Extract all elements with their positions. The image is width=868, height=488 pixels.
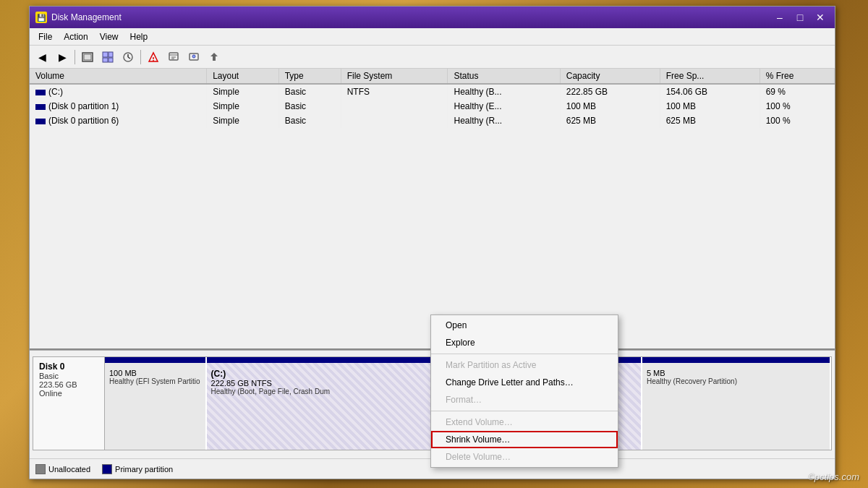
ctx-delete: Delete Volume… bbox=[431, 448, 618, 466]
cell-type: Basic bbox=[278, 84, 341, 99]
cell-filesystem: NTFS bbox=[341, 84, 448, 99]
legend-box-unallocated bbox=[35, 464, 46, 474]
disk-status: Online bbox=[39, 389, 98, 398]
legend-label-primary: Primary partition bbox=[115, 465, 173, 474]
volume-table: Volume Layout Type File System Status Ca… bbox=[30, 69, 835, 350]
table-row[interactable]: (Disk 0 partition 1) Simple Basic Health… bbox=[30, 99, 835, 114]
col-type[interactable]: Type bbox=[278, 69, 341, 84]
svg-line-8 bbox=[128, 57, 130, 59]
col-pct-free[interactable]: % Free bbox=[760, 69, 834, 84]
partition-content-recovery: 5 MB Healthy (Recovery Partition) bbox=[647, 369, 825, 385]
partition-recovery[interactable]: 5 MB Healthy (Recovery Partition) bbox=[642, 357, 831, 450]
toolbar-btn-4[interactable] bbox=[144, 48, 163, 66]
disk-label: Disk 0 Basic 223.56 GB Online bbox=[33, 356, 105, 450]
partition-header-efi bbox=[105, 357, 205, 363]
disk-type: Basic bbox=[39, 372, 98, 380]
partition-size-efi: 100 MB bbox=[109, 369, 201, 377]
menu-help[interactable]: Help bbox=[124, 30, 154, 43]
col-layout[interactable]: Layout bbox=[207, 69, 279, 84]
toolbar-forward[interactable]: ▶ bbox=[53, 48, 72, 66]
partition-desc-efi: Healthy (EFI System Partitio bbox=[109, 377, 201, 385]
ctx-extend: Extend Volume… bbox=[431, 414, 618, 431]
cell-status: Healthy (E... bbox=[448, 99, 560, 114]
toolbar-btn-5[interactable] bbox=[164, 48, 183, 66]
partition-header-recovery bbox=[642, 357, 830, 363]
partition-efi[interactable]: 100 MB Healthy (EFI System Partitio bbox=[105, 357, 207, 450]
table-row[interactable]: (Disk 0 partition 6) Simple Basic Health… bbox=[30, 114, 835, 128]
svg-rect-4 bbox=[103, 58, 108, 62]
toolbar-separator-2 bbox=[140, 50, 141, 64]
svg-rect-3 bbox=[109, 52, 113, 57]
legend-unallocated: Unallocated bbox=[35, 464, 90, 474]
col-capacity[interactable]: Capacity bbox=[560, 69, 660, 84]
cell-layout: Simple bbox=[207, 114, 279, 128]
cell-layout: Simple bbox=[207, 84, 279, 99]
svg-point-10 bbox=[153, 60, 154, 61]
svg-point-16 bbox=[192, 55, 195, 58]
toolbar: ◀ ▶ bbox=[30, 46, 835, 69]
cell-status: Healthy (B... bbox=[448, 84, 560, 99]
svg-rect-2 bbox=[103, 52, 108, 57]
cell-capacity: 222.85 GB bbox=[560, 84, 660, 99]
context-menu: Open Explore Mark Partition as Active Ch… bbox=[430, 314, 618, 468]
close-button[interactable]: ✕ bbox=[812, 11, 829, 24]
ctx-format: Format… bbox=[431, 391, 618, 408]
cell-capacity: 625 MB bbox=[560, 114, 660, 128]
window-title: Disk Management bbox=[51, 12, 771, 22]
col-free[interactable]: Free Sp... bbox=[660, 69, 760, 84]
cell-type: Basic bbox=[278, 99, 341, 114]
ctx-change-letter[interactable]: Change Drive Letter and Paths… bbox=[431, 374, 618, 391]
partition-size-recovery: 5 MB bbox=[647, 369, 825, 377]
ctx-open[interactable]: Open bbox=[431, 317, 618, 334]
window-controls: – □ ✕ bbox=[771, 11, 829, 24]
cell-volume: (C:) bbox=[30, 84, 207, 99]
cell-free: 625 MB bbox=[660, 114, 760, 128]
cell-volume: (Disk 0 partition 1) bbox=[30, 99, 207, 114]
toolbar-separator-1 bbox=[75, 50, 75, 64]
menu-view[interactable]: View bbox=[94, 30, 124, 43]
toolbar-btn-7[interactable] bbox=[205, 48, 224, 66]
cell-volume: (Disk 0 partition 6) bbox=[30, 114, 207, 128]
ctx-sep-2 bbox=[431, 411, 618, 411]
legend-primary: Primary partition bbox=[102, 464, 173, 474]
app-icon: 💾 bbox=[35, 12, 47, 23]
toolbar-btn-3[interactable] bbox=[119, 48, 137, 66]
minimize-button[interactable]: – bbox=[771, 11, 788, 24]
cell-type: Basic bbox=[278, 114, 341, 128]
cell-pct-free: 100 % bbox=[760, 99, 834, 114]
maximize-button[interactable]: □ bbox=[791, 11, 809, 24]
disk-size: 223.56 GB bbox=[39, 380, 98, 389]
cell-free: 154.06 GB bbox=[660, 84, 760, 99]
menu-file[interactable]: File bbox=[33, 30, 58, 43]
ctx-explore[interactable]: Explore bbox=[431, 334, 618, 351]
svg-rect-5 bbox=[109, 58, 113, 62]
ctx-shrink[interactable]: Shrink Volume… bbox=[431, 431, 618, 448]
disk-name: Disk 0 bbox=[39, 361, 98, 372]
menu-bar: File Action View Help bbox=[30, 28, 835, 46]
menu-action[interactable]: Action bbox=[58, 30, 93, 43]
table-row[interactable]: (C:) Simple Basic NTFS Healthy (B... 222… bbox=[30, 84, 835, 99]
col-status[interactable]: Status bbox=[448, 69, 560, 84]
cell-pct-free: 100 % bbox=[760, 114, 834, 128]
cell-layout: Simple bbox=[207, 99, 279, 114]
col-filesystem[interactable]: File System bbox=[341, 69, 448, 84]
legend-box-primary bbox=[102, 464, 112, 474]
legend-label-unallocated: Unallocated bbox=[48, 465, 90, 474]
svg-rect-1 bbox=[84, 54, 91, 60]
partition-content-efi: 100 MB Healthy (EFI System Partitio bbox=[109, 369, 201, 385]
cell-free: 100 MB bbox=[660, 99, 760, 114]
cell-filesystem bbox=[341, 99, 448, 114]
toolbar-btn-6[interactable] bbox=[184, 48, 203, 66]
partition-desc-recovery: Healthy (Recovery Partition) bbox=[647, 377, 825, 385]
toolbar-back[interactable]: ◀ bbox=[33, 48, 51, 66]
toolbar-btn-1[interactable] bbox=[78, 48, 97, 66]
ctx-sep-1 bbox=[431, 354, 618, 354]
cell-status: Healthy (R... bbox=[448, 114, 560, 128]
cell-capacity: 100 MB bbox=[560, 99, 660, 114]
title-bar: 💾 Disk Management – □ ✕ bbox=[30, 7, 835, 28]
watermark: ©pctips.com bbox=[807, 471, 859, 482]
toolbar-btn-2[interactable] bbox=[98, 48, 117, 66]
ctx-mark-active: Mark Partition as Active bbox=[431, 356, 618, 374]
col-volume[interactable]: Volume bbox=[30, 69, 207, 84]
cell-filesystem bbox=[341, 114, 448, 128]
